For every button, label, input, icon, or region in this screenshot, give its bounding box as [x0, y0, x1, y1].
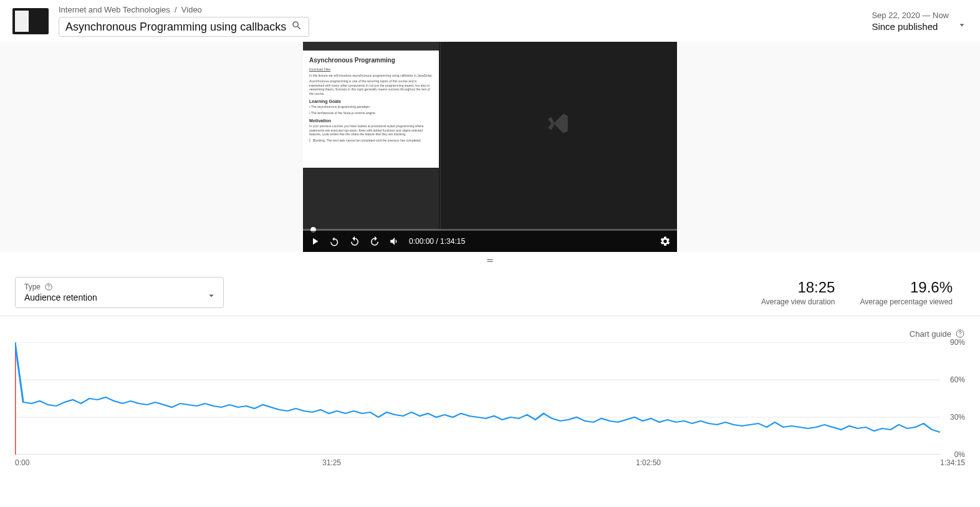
title-search[interactable]: Asynchronous Programming using callbacks [59, 17, 309, 37]
doc-download-link: Download Files [309, 67, 433, 72]
metric-pct-viewed: 19.6% Average percentage viewed [847, 279, 965, 306]
metric-value: 18:25 [761, 279, 835, 296]
breadcrumb-parent[interactable]: Internet and Web Technologies [59, 5, 170, 14]
resize-handle[interactable] [0, 252, 980, 269]
chart-guide-label: Chart guide [910, 329, 951, 339]
type-value: Audience retention [24, 292, 214, 302]
page-title: Asynchronous Programming using callbacks [65, 21, 286, 34]
settings-icon[interactable] [660, 236, 671, 247]
timecode: 0:00:00 / 1:34:15 [409, 237, 465, 246]
lecture-document: Asynchronous Programming Download Files … [303, 51, 439, 168]
search-icon [291, 20, 302, 34]
chevron-down-icon [956, 19, 968, 32]
x-axis-labels: 0:0031:251:02:501:34:15 [15, 458, 965, 468]
rewind-icon[interactable] [349, 236, 360, 247]
metric-avg-duration: 18:25 Average view duration [749, 279, 848, 306]
vscode-logo-icon [545, 110, 571, 137]
help-icon [955, 329, 965, 339]
doc-intro: In this lecture we will introduce asynch… [309, 74, 433, 78]
type-label: Type [24, 282, 41, 291]
y-tick-label: 30% [950, 413, 965, 422]
chevron-down-icon [206, 290, 217, 304]
svg-rect-0 [488, 259, 493, 260]
doc-blocking-def: Blocking: The next task cannot be comple… [309, 138, 433, 143]
metric-label: Average view duration [761, 297, 835, 306]
metric-value: 19.6% [860, 279, 953, 296]
doc-goal-1: • The asynchronous programming paradigm [309, 105, 433, 109]
file-explorer-panel [303, 168, 439, 231]
breadcrumb-section: Video [181, 5, 202, 14]
video-thumbnail[interactable] [12, 8, 49, 34]
type-dropdown[interactable]: Type Audience retention [15, 277, 224, 308]
retention-chart[interactable] [15, 342, 940, 455]
doc-goal-2: • The architecture of the Node.js runtim… [309, 111, 433, 115]
x-tick-label: 1:02:50 [636, 458, 661, 467]
step-back-icon[interactable] [329, 236, 340, 247]
x-tick-label: 1:34:15 [940, 458, 965, 467]
doc-para: Asynchronous programming is one of the r… [309, 79, 433, 95]
forward-icon[interactable] [369, 236, 380, 247]
y-tick-label: 90% [950, 338, 965, 347]
y-tick-label: 60% [950, 375, 965, 384]
date-range-text: Sep 22, 2020 — Now [872, 11, 949, 20]
video-player[interactable]: Asynchronous Programming Download Files … [303, 42, 677, 252]
breadcrumb: Internet and Web Technologies / Video [59, 5, 862, 14]
y-axis-labels: 0%30%60%90% [940, 342, 965, 455]
chart-guide-link[interactable]: Chart guide [15, 329, 965, 339]
y-tick-label: 0% [954, 450, 965, 459]
date-range-since: Since published [872, 21, 949, 32]
doc-title: Asynchronous Programming [309, 57, 433, 64]
date-range-picker[interactable]: Sep 22, 2020 — Now Since published [872, 11, 968, 32]
doc-goals-title: Learning Goals [309, 99, 433, 104]
metric-label: Average percentage viewed [860, 297, 953, 306]
x-tick-label: 0:00 [15, 458, 29, 467]
svg-rect-1 [488, 261, 493, 262]
volume-icon[interactable] [389, 236, 400, 247]
doc-motivation-title: Motivation [309, 118, 433, 123]
help-icon[interactable] [44, 282, 53, 291]
vscode-panel [440, 42, 677, 231]
play-icon[interactable] [309, 236, 320, 247]
doc-motivation-para: In your previous courses you have looked… [309, 124, 433, 137]
browser-tab-bar [303, 42, 439, 51]
x-tick-label: 31:25 [322, 458, 341, 467]
